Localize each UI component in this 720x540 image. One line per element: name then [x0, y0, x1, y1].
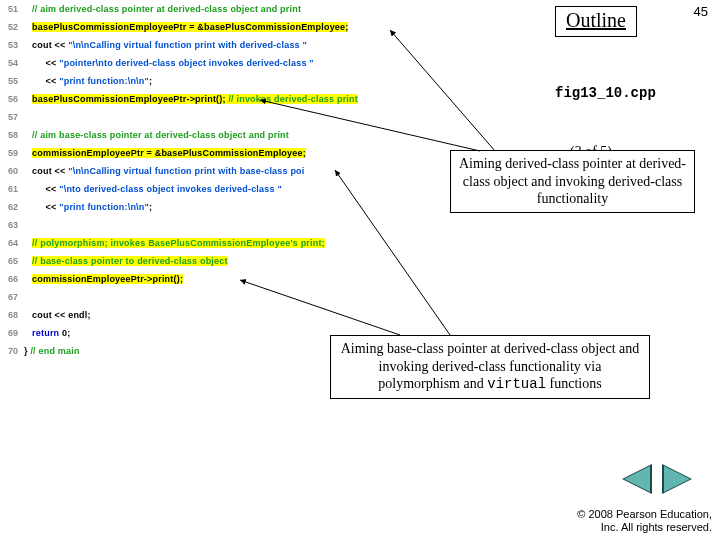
code-text: return 0;	[24, 324, 70, 342]
code-listing: 51 // aim derived-class pointer at deriv…	[0, 0, 470, 360]
code-text: cout << endl;	[24, 306, 91, 324]
nav-next-button[interactable]	[664, 466, 690, 492]
line-number: 68	[0, 306, 24, 324]
line-number: 60	[0, 162, 24, 180]
code-text: << "print function:\n\n";	[24, 72, 152, 90]
code-text: // polymorphism; invokes BasePlusCommiss…	[24, 234, 325, 252]
line-number: 62	[0, 198, 24, 216]
line-number: 64	[0, 234, 24, 252]
file-label: fig13_10.cpp	[555, 85, 656, 101]
line-number: 51	[0, 0, 24, 18]
outline-title: Outline	[566, 9, 626, 31]
code-text: commissionEmployeePtr->print();	[24, 270, 183, 288]
line-number: 65	[0, 252, 24, 270]
line-number: 57	[0, 108, 24, 126]
line-number: 70	[0, 342, 24, 360]
code-text: commissionEmployeePtr = &basePlusCommiss…	[24, 144, 306, 162]
code-text: cout << "\n\nCalling virtual function pr…	[24, 36, 307, 54]
nav-prev-button[interactable]	[624, 466, 650, 492]
line-number: 69	[0, 324, 24, 342]
code-text: << "pointer\nto derived-class object inv…	[24, 54, 314, 72]
code-text: } // end main	[24, 342, 80, 360]
line-number: 56	[0, 90, 24, 108]
line-number: 55	[0, 72, 24, 90]
code-text: // base-class pointer to derived-class o…	[24, 252, 228, 270]
line-number: 59	[0, 144, 24, 162]
callout-base-pointer: Aiming base-class pointer at derived-cla…	[330, 335, 650, 399]
line-number: 67	[0, 288, 24, 306]
triangle-left-icon	[624, 466, 650, 492]
code-text: basePlusCommissionEmployeePtr = &basePlu…	[24, 18, 348, 36]
code-text: // aim derived-class pointer at derived-…	[24, 0, 301, 18]
code-text: // aim base-class pointer at derived-cla…	[24, 126, 289, 144]
line-number: 54	[0, 54, 24, 72]
code-text: cout << "\n\nCalling virtual function pr…	[24, 162, 305, 180]
code-text: basePlusCommissionEmployeePtr->print(); …	[24, 90, 358, 108]
page-number: 45	[694, 4, 708, 19]
line-number: 61	[0, 180, 24, 198]
code-text: << "\nto derived-class object invokes de…	[24, 180, 282, 198]
triangle-right-icon	[664, 466, 690, 492]
line-number: 63	[0, 216, 24, 234]
copyright: © 2008 Pearson Education, Inc. All right…	[577, 508, 712, 534]
line-number: 66	[0, 270, 24, 288]
line-number: 58	[0, 126, 24, 144]
line-number: 53	[0, 36, 24, 54]
outline-box: Outline	[555, 6, 637, 37]
line-number: 52	[0, 18, 24, 36]
callout-derived-pointer: Aiming derived-class pointer at derived-…	[450, 150, 695, 213]
code-text: << "print function:\n\n";	[24, 198, 152, 216]
